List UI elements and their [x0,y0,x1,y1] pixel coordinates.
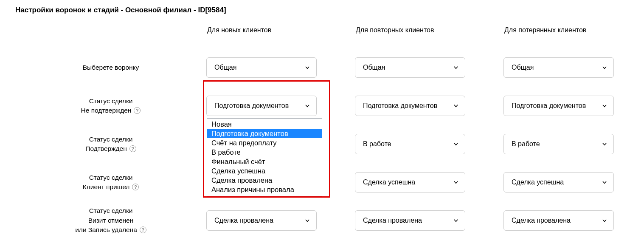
label-unconfirmed: Статус сделки Не подтвержден? [15,87,206,125]
select-value: Подготовка документов [512,102,586,110]
select-value: Общая [512,64,534,71]
chevron-down-icon [602,141,607,147]
label-cancelled: Статус сделки Визит отменен или Запись у… [15,201,206,235]
select-value: В работе [363,140,391,148]
label-funnel-text: Выберете воронку [83,63,139,72]
dropdown-option[interactable]: Финальный счёт [207,157,322,166]
dropdown-option[interactable]: Анализ причины провала [207,185,322,194]
label-cancelled-line1: Статус сделки [89,206,133,215]
settings-grid: Для новых клиентов Для повторных клиенто… [15,26,629,235]
chevron-down-icon [453,179,459,185]
question-icon[interactable]: ? [129,145,136,152]
select-unconfirmed-lost[interactable]: Подготовка документов [503,96,614,116]
select-value: Подготовка документов [363,102,437,110]
select-cancelled-repeat[interactable]: Сделка провалена [355,210,465,231]
select-value: Общая [363,64,385,71]
chevron-down-icon [453,103,459,109]
select-funnel-repeat[interactable]: Общая [355,57,465,78]
chevron-down-icon [304,218,310,224]
select-value: Сделка успешна [512,178,564,186]
select-unconfirmed-new[interactable]: Подготовка документов НоваяПодготовка до… [206,96,317,116]
label-confirmed: Статус сделки Подтвержден? [15,125,206,163]
label-confirmed-line1: Статус сделки [89,135,133,144]
dropdown-option[interactable]: Новая [207,119,322,129]
chevron-down-icon [602,218,607,224]
chevron-down-icon [602,65,607,71]
select-value: Сделка успешна [363,178,415,186]
question-icon[interactable]: ? [134,107,141,114]
select-funnel-new[interactable]: Общая [206,57,317,78]
column-header-new: Для новых клиентов [206,26,355,34]
dropdown-option[interactable]: Счёт на предоплату [207,138,322,147]
label-confirmed-line2: Подтвержден [85,144,127,153]
column-header-repeat: Для повторных клиентов [355,26,503,34]
label-unconfirmed-line1: Статус сделки [89,96,133,106]
label-cancelled-line3: или Запись удалена [75,225,137,235]
page-title: Настройки воронок и стадий - Основной фи… [15,6,629,14]
dropdown-option[interactable]: В работе [207,147,322,157]
chevron-down-icon [602,179,607,185]
dropdown-option[interactable]: Сделка провалена [207,176,322,185]
select-value: Сделка провалена [363,217,422,224]
select-unconfirmed-repeat[interactable]: Подготовка документов [355,96,465,116]
select-cancelled-new[interactable]: Сделка провалена [206,210,317,231]
select-funnel-lost[interactable]: Общая [503,57,614,78]
select-confirmed-repeat[interactable]: В работе [355,134,465,154]
select-came-repeat[interactable]: Сделка успешна [355,172,465,193]
select-value: Подготовка документов [214,102,289,110]
dropdown-option[interactable]: Сделка успешна [207,166,322,176]
label-cancelled-line2: Визит отменен [88,216,134,225]
dropdown-option[interactable]: Подготовка документов [207,129,322,138]
select-came-lost[interactable]: Сделка успешна [503,172,614,193]
question-icon[interactable]: ? [140,227,146,233]
select-confirmed-lost[interactable]: В работе [503,134,614,154]
label-came-line2: Клиент пришел [83,182,130,192]
chevron-down-icon [304,65,310,71]
chevron-down-icon [304,103,310,109]
label-came: Статус сделки Клиент пришел? [15,163,206,201]
select-value: Сделка провалена [214,217,273,224]
chevron-down-icon [453,65,459,71]
select-value: В работе [512,140,540,148]
dropdown-panel: НоваяПодготовка документовСчёт на предоп… [207,118,322,196]
question-icon[interactable]: ? [132,184,139,190]
label-unconfirmed-line2: Не подтвержден [81,106,132,115]
label-funnel: Выберете воронку [15,48,206,87]
chevron-down-icon [602,103,607,109]
column-header-lost: Для потерянных клиентов [503,26,644,34]
label-came-line1: Статус сделки [89,173,133,182]
chevron-down-icon [453,141,459,147]
select-value: Общая [214,64,236,71]
select-value: Сделка провалена [512,217,571,224]
select-cancelled-lost[interactable]: Сделка провалена [503,210,614,231]
chevron-down-icon [453,218,459,224]
